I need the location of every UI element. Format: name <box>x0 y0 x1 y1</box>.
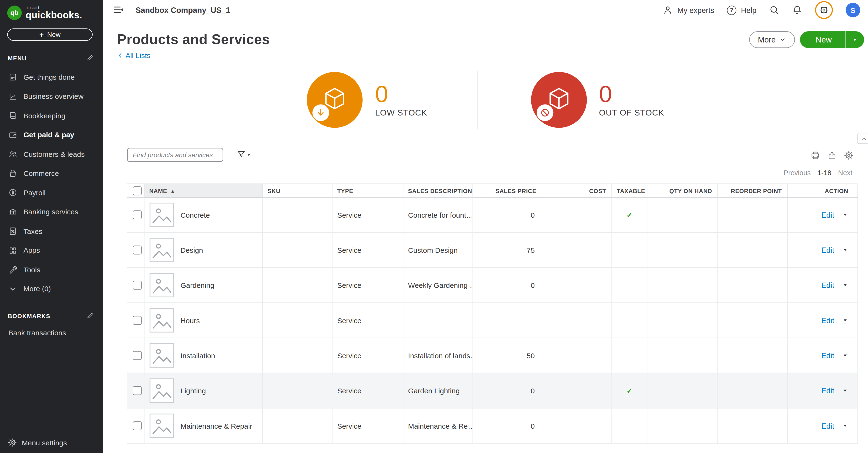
row-checkbox[interactable] <box>133 210 142 219</box>
row-checkbox[interactable] <box>133 351 142 360</box>
action-cell: Edit <box>787 233 858 268</box>
topbar: Sandbox Company_US_1 My experts ? Help <box>103 0 868 20</box>
new-item-dropdown-button[interactable] <box>846 31 864 48</box>
sidebar-item-commerce[interactable]: Commerce <box>0 164 103 183</box>
column-header-reorder-point[interactable]: REORDER POINT <box>717 184 787 197</box>
edit-bookmarks-pencil-icon[interactable] <box>86 312 94 319</box>
collapse-panel-button[interactable] <box>858 133 868 144</box>
edit-button[interactable]: Edit <box>821 211 834 219</box>
sidebar-item-tools[interactable]: Tools <box>0 260 103 279</box>
product-name: Gardening <box>180 281 214 289</box>
edit-menu-pencil-icon[interactable] <box>86 54 94 61</box>
column-header-taxable[interactable]: TAXABLE <box>612 184 648 197</box>
sales-description-cell <box>403 303 472 338</box>
edit-dropdown-caret-icon[interactable] <box>842 318 847 323</box>
new-item-button[interactable]: New <box>800 31 846 48</box>
sidebar-item-label: Apps <box>23 246 40 255</box>
sidebar-item-payroll[interactable]: Payroll <box>0 183 103 202</box>
row-checkbox[interactable] <box>133 421 142 430</box>
my-experts-button[interactable]: My experts <box>663 5 714 15</box>
collapse-sidebar-button[interactable] <box>113 4 124 16</box>
product-image-placeholder-icon <box>149 343 174 368</box>
edit-button[interactable]: Edit <box>821 281 834 289</box>
sales-price-cell: 50 <box>472 338 541 373</box>
menu-settings[interactable]: Menu settings <box>8 438 67 447</box>
edit-dropdown-caret-icon[interactable] <box>842 247 847 253</box>
out-of-stock-count: 0 <box>599 83 664 106</box>
quickbooks-logo[interactable]: qb intuit quickbooks. <box>0 0 103 20</box>
column-header-name[interactable]: NAME▲ <box>144 184 262 197</box>
product-name: Lighting <box>180 386 206 395</box>
new-transaction-button[interactable]: + New <box>7 28 93 40</box>
type-cell: Service <box>332 303 403 338</box>
help-button[interactable]: ? Help <box>727 5 756 15</box>
action-cell: Edit <box>787 303 858 338</box>
row-checkbox[interactable] <box>133 246 142 254</box>
name-cell: Lighting <box>144 373 262 408</box>
out-of-stock-stat[interactable]: 0 OUT OF STOCK <box>531 72 664 128</box>
sidebar-item-get-things-done[interactable]: Get things done <box>0 67 103 87</box>
notifications-button[interactable] <box>792 5 802 15</box>
settings-button[interactable] <box>815 1 833 19</box>
edit-dropdown-caret-icon[interactable] <box>842 212 847 217</box>
filter-button[interactable] <box>237 150 251 159</box>
pagination-previous[interactable]: Previous <box>783 169 811 177</box>
edit-button[interactable]: Edit <box>821 386 834 395</box>
action-cell: Edit <box>787 338 858 373</box>
qty-on-hand-cell <box>648 303 717 338</box>
edit-button[interactable]: Edit <box>821 246 834 254</box>
column-header-cost[interactable]: COST <box>541 184 611 197</box>
user-avatar[interactable]: S <box>846 3 860 18</box>
row-checkbox[interactable] <box>133 281 142 290</box>
search-input[interactable] <box>127 148 223 162</box>
sidebar-item-business-overview[interactable]: Business overview <box>0 87 103 106</box>
edit-button[interactable]: Edit <box>821 351 834 360</box>
edit-dropdown-caret-icon[interactable] <box>842 388 847 393</box>
search-button[interactable] <box>769 5 779 15</box>
sidebar-item-bookkeeping[interactable]: Bookkeeping <box>0 106 103 125</box>
low-stock-stat[interactable]: 0 LOW STOCK <box>307 72 427 128</box>
sales-description-cell: Custom Design <box>403 233 472 268</box>
sidebar-item-apps[interactable]: Apps <box>0 241 103 260</box>
column-header-sku[interactable]: SKU <box>262 184 332 197</box>
more-button[interactable]: More <box>749 31 795 48</box>
sidebar-item-banking-services[interactable]: Banking services <box>0 202 103 222</box>
product-image-placeholder-icon <box>149 238 174 262</box>
edit-dropdown-caret-icon[interactable] <box>842 282 847 288</box>
pagination-next[interactable]: Next <box>838 169 852 177</box>
sidebar-item-taxes[interactable]: Taxes <box>0 221 103 241</box>
sidebar-item-customers-and-leads[interactable]: Customers & leads <box>0 145 103 164</box>
column-header-sales-description[interactable]: SALES DESCRIPTION <box>403 184 472 197</box>
print-icon[interactable] <box>810 151 820 160</box>
bookmark-bank-transactions[interactable]: Bank transactions <box>8 329 103 337</box>
type-cell: Service <box>332 338 403 373</box>
all-lists-link[interactable]: All Lists <box>117 51 151 60</box>
edit-button[interactable]: Edit <box>821 316 834 325</box>
sidebar-item-label: Payroll <box>23 188 45 197</box>
sidebar-item-label: Banking services <box>23 208 78 216</box>
table-row-lighting: Lighting Service Garden Lighting 0 ✓ Edi… <box>127 373 858 408</box>
row-checkbox[interactable] <box>133 386 142 395</box>
table-row-maintenance-repair: Maintenance & Repair Service Maintenance… <box>127 408 858 443</box>
row-select-cell <box>127 408 144 443</box>
sidebar-item-get-paid-and-pay[interactable]: Get paid & pay <box>0 125 103 145</box>
column-header-type[interactable]: TYPE <box>332 184 403 197</box>
sidebar-item-label: Get paid & pay <box>23 131 74 139</box>
row-checkbox[interactable] <box>133 316 142 325</box>
export-icon[interactable] <box>827 151 837 160</box>
sidebar-item-more[interactable]: More (0) <box>0 279 103 299</box>
edit-dropdown-caret-icon[interactable] <box>842 423 847 428</box>
column-header-sales-price[interactable]: SALES PRICE <box>472 184 541 197</box>
qty-on-hand-cell <box>648 233 717 268</box>
person-icon <box>663 5 673 15</box>
edit-button[interactable]: Edit <box>821 422 834 430</box>
sidebar-item-label: Bookkeeping <box>23 112 65 120</box>
table-header-row: NAME▲ SKU TYPE SALES DESCRIPTION SALES P… <box>127 184 858 197</box>
taxable-check <box>612 338 648 373</box>
select-all-checkbox[interactable] <box>133 186 142 195</box>
column-header-qty-on-hand[interactable]: QTY ON HAND <box>648 184 717 197</box>
table-settings-gear-icon[interactable] <box>844 151 854 160</box>
edit-dropdown-caret-icon[interactable] <box>842 353 847 358</box>
taxable-check <box>612 268 648 303</box>
shopping-bag-icon <box>8 169 17 178</box>
